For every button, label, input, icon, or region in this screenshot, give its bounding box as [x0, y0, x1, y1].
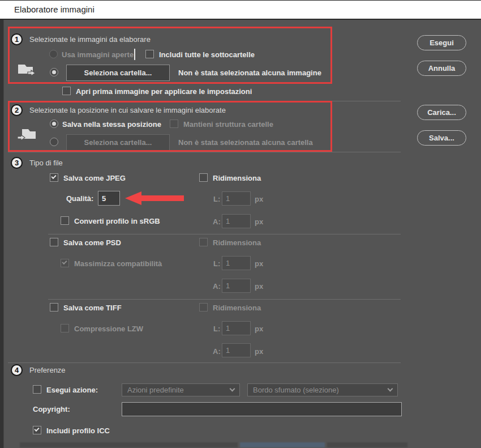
tiff-width-unit: px [255, 325, 263, 333]
annotation-box-2 [8, 101, 332, 152]
jpeg-height-label: A: [213, 217, 221, 226]
action-set-value: Azioni predefinite [127, 386, 184, 394]
salva-button[interactable]: Salva... [417, 130, 466, 146]
open-first-image-checkbox[interactable] [62, 87, 71, 95]
jpeg-quality-input[interactable] [98, 191, 120, 206]
psd-resize-checkbox[interactable] [199, 238, 208, 246]
check-icon [51, 174, 56, 179]
chevron-down-icon [388, 386, 393, 392]
background-edge-strip [0, 20, 4, 448]
jpeg-width-label: L: [213, 195, 220, 203]
save-as-psd-checkbox[interactable] [50, 238, 58, 246]
psd-height-unit: px [255, 282, 263, 291]
psd-width-input[interactable] [222, 256, 251, 270]
convert-srgb-checkbox[interactable] [61, 216, 69, 225]
jpeg-resize-checkbox[interactable] [199, 173, 208, 182]
step-4-badge: 4 [11, 364, 23, 376]
group-divider [8, 362, 401, 363]
psd-height-input[interactable] [222, 279, 251, 293]
group-divider [48, 299, 401, 300]
titlebar-divider [0, 19, 481, 20]
jpeg-quality-label: Qualità: [66, 194, 93, 203]
save-as-tiff-label: Salva come TIFF [63, 304, 122, 312]
maximize-compatibility-checkbox[interactable] [61, 259, 69, 267]
psd-width-label: L: [213, 259, 220, 268]
include-icc-label: Includi profilo ICC [46, 426, 110, 435]
check-icon [62, 259, 67, 264]
dialog-titlebar: Elaboratore immagini [0, 0, 481, 19]
lzw-compression-label: Compressione LZW [74, 325, 143, 333]
jpeg-resize-label: Ridimensiona [213, 174, 261, 182]
group-divider [48, 234, 401, 234]
watermark-strip [240, 442, 325, 447]
esegui-button[interactable]: Esegui [417, 35, 466, 50]
action-value: Bordo sfumato (selezione) [253, 386, 339, 394]
carica-button[interactable]: Carica... [417, 105, 466, 120]
dialog-title: Elaboratore immagini [14, 5, 95, 14]
convert-srgb-label: Converti profilo in sRGB [74, 217, 160, 225]
jpeg-width-unit: px [255, 195, 263, 203]
chevron-down-icon [230, 386, 235, 392]
psd-resize-label: Ridimensiona [213, 238, 261, 247]
psd-height-label: A: [213, 282, 221, 291]
save-as-tiff-checkbox[interactable] [50, 303, 58, 312]
jpeg-height-unit: px [255, 217, 263, 226]
check-icon [34, 426, 39, 432]
group-divider [8, 152, 401, 152]
include-icc-checkbox[interactable] [33, 426, 41, 434]
section4-header: Preferenze [29, 366, 66, 374]
image-processor-dialog: Elaboratore immagini 1 Selezionate le im… [0, 0, 481, 448]
tiff-height-label: A: [213, 347, 221, 356]
jpeg-height-input[interactable] [222, 214, 251, 228]
save-as-psd-label: Salva come PSD [63, 238, 121, 247]
tiff-width-label: L: [213, 325, 220, 333]
annotation-box-1 [8, 27, 332, 84]
copyright-input[interactable] [122, 402, 402, 416]
maximize-compatibility-label: Massimizza compatibilità [74, 259, 162, 268]
action-dropdown[interactable]: Bordo sfumato (selezione) [247, 383, 398, 396]
tiff-width-input[interactable] [222, 321, 251, 335]
red-arrow-annotation-icon [125, 191, 184, 206]
watermark-strip [20, 442, 238, 447]
action-set-dropdown[interactable]: Azioni predefinite [122, 383, 240, 396]
watermark-strip [327, 442, 407, 447]
save-as-jpeg-label: Salva come JPEG [63, 174, 126, 182]
tiff-height-unit: px [255, 347, 263, 356]
copyright-label: Copyright: [33, 405, 70, 413]
tiff-height-input[interactable] [222, 343, 251, 357]
annulla-button[interactable]: Annulla [417, 61, 466, 76]
save-as-jpeg-checkbox[interactable] [50, 173, 58, 182]
tiff-resize-checkbox[interactable] [199, 303, 208, 312]
run-action-checkbox[interactable] [33, 385, 41, 394]
jpeg-width-input[interactable] [222, 191, 251, 206]
run-action-label: Esegui azione: [46, 386, 98, 394]
tiff-resize-label: Ridimensiona [213, 304, 261, 312]
step-3-badge: 3 [11, 157, 23, 169]
psd-width-unit: px [255, 259, 263, 268]
open-first-image-label: Apri prima immagine per applicare le imp… [76, 87, 252, 96]
lzw-compression-checkbox[interactable] [61, 324, 69, 332]
section3-header: Tipo di file [29, 159, 63, 167]
